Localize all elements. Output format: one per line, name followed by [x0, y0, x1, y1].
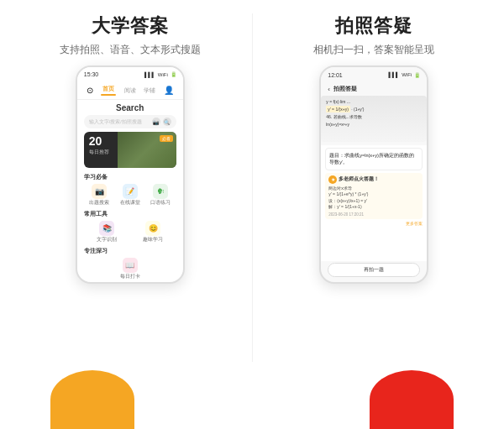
answer-header: ★ 多老师点火答题！: [328, 175, 419, 184]
right-feature-subtitle: 相机扫一扫，答案智能呈现: [313, 43, 434, 57]
grid-icon-0: 📷: [92, 184, 107, 199]
math-formula-1: y = f(x) lim ...: [326, 99, 422, 105]
right-status-bar: 12:01 ▌▌▌ WiFi 🔋: [321, 67, 427, 82]
grid-label-2: 口语练习: [150, 200, 171, 206]
right-phone-mockup: 12:01 ▌▌▌ WiFi 🔋 ‹ 拍照答疑 y = f(x) lim ...: [319, 65, 428, 284]
left-banner: 20 每日推荐 必看: [84, 132, 176, 168]
nav-study-label: 学辅: [144, 86, 155, 95]
section2-grid: 📚 文字识别 😊 趣味学习: [77, 219, 183, 245]
bottom-decoration: [0, 362, 504, 429]
math-image-content: y = f(x) lim ... y' = 1/(x+y) · (1+y') 4…: [321, 96, 427, 142]
back-icon[interactable]: ‹: [328, 86, 330, 93]
answer-timestamp: 2023-06-20 17:20:21: [328, 212, 419, 217]
answer-body: 两边对x求导 y' = 1/(1+e^y) * (1+y') 设：(x(x+y)…: [328, 186, 419, 211]
grid-icon-4: 😊: [145, 221, 160, 236]
grid-label-1: 在线课堂: [120, 200, 140, 206]
grid-label-5: 每日打卡: [120, 274, 140, 280]
left-nav-study[interactable]: 学辅: [144, 86, 155, 95]
nav-active-indicator: [101, 94, 116, 96]
next-button[interactable]: 再拍一题: [328, 263, 420, 277]
shape-left: [50, 370, 134, 429]
math-image-area: y = f(x) lim ... y' = 1/(x+y) · (1+y') 4…: [321, 96, 427, 142]
grid-item-4[interactable]: 😊 趣味学习: [143, 221, 163, 243]
more-answer-link[interactable]: 更多答案: [325, 221, 423, 226]
nav-home-label: 首页: [102, 85, 114, 93]
question-box: 题目：求曲线y=ln(x+y)所确定的函数的导数y'。: [325, 148, 423, 170]
math-formula-2: y' = 1/(x+y) · (1+y'): [326, 107, 422, 112]
shape-right: [370, 370, 454, 429]
right-camera-header: ‹ 拍照答疑: [321, 82, 427, 96]
nav-read-label: 阅读: [124, 86, 136, 95]
left-phone-mockup: 15:30 ▌▌▌ WiFi 🔋 ⊙ 首页 阅读: [76, 65, 185, 284]
grid-label-4: 趣味学习: [143, 237, 163, 243]
section2-label: 常用工具: [77, 208, 183, 219]
answer-step1: y' = 1/(1+e^y) * (1+y'): [328, 191, 419, 198]
grid-item-5[interactable]: 📖 每日打卡: [120, 258, 140, 280]
left-nav-tabs: ⊙ 首页 阅读 学辅 👤: [77, 81, 183, 100]
answer-title: 多老师点火答题！: [339, 175, 379, 183]
left-feature-title: 大学答案: [92, 13, 169, 39]
banner-date: 20: [89, 135, 102, 147]
grid-item-2[interactable]: 🗣 口语练习: [150, 184, 171, 206]
battery-icon: 🔋: [171, 71, 176, 77]
section1-grid: 📷 出题搜索 📝 在线课堂 🗣 口语练习: [77, 182, 183, 208]
left-nav-icon: ⊙: [87, 86, 93, 95]
grid-item-1[interactable]: 📝 在线课堂: [120, 184, 140, 206]
right-wifi-icon: WiFi: [402, 72, 412, 77]
section3-grid: 📖 每日打卡: [77, 256, 183, 282]
math-formula-4: ln(x+y)=x²+y: [326, 122, 422, 128]
answer-step3: 解：y' = 1/(1+x-1): [328, 204, 419, 211]
question-text: 题目：求曲线y=ln(x+y)所确定的函数的导数y'。: [329, 152, 418, 166]
left-time: 15:30: [84, 71, 99, 77]
grid-icon-5: 📖: [123, 258, 138, 273]
left-nav-user-icon: 👤: [164, 86, 174, 95]
banner-date-sub: 每日推荐: [89, 149, 109, 156]
section1-label: 学习必备: [77, 171, 183, 182]
answer-step-label: 两边对x求导: [328, 186, 419, 192]
search-placeholder: 输入文字/搜索/拍照搜题: [89, 119, 142, 125]
left-status-bar: 15:30 ▌▌▌ WiFi 🔋: [77, 67, 183, 81]
search-submit-icon: 🔍: [163, 118, 171, 126]
grid-item-3[interactable]: 📚 文字识别: [97, 221, 117, 243]
math-scroll-content: 题目：求曲线y=ln(x+y)所确定的函数的导数y'。 ★ 多老师点火答题！ 两…: [321, 145, 427, 261]
answer-icon: ★: [328, 175, 337, 184]
camera-header-title: 拍照答疑: [333, 85, 357, 93]
grid-label-0: 出题搜索: [89, 200, 109, 206]
right-time: 12:01: [328, 72, 343, 78]
answer-section: ★ 多老师点火答题！ 两边对x求导 y' = 1/(1+e^y) * (1+y'…: [325, 173, 423, 219]
section3-label: 专注深习: [77, 245, 183, 256]
grid-icon-3: 📚: [99, 221, 114, 236]
search-action-icons: 📷 🔍: [152, 118, 171, 126]
math-formula-3: 46. 若曲线...求导数: [326, 114, 422, 120]
left-feature-subtitle: 支持拍照、语音、文本形式搜题: [60, 43, 201, 57]
wifi-icon: WiFi: [158, 72, 168, 77]
left-search-title: Search: [77, 100, 183, 115]
right-feature-title: 拍照答疑: [335, 13, 412, 39]
signal-icon: ▌▌▌: [144, 72, 155, 77]
left-nav-home[interactable]: 首页: [101, 85, 116, 96]
left-search-bar[interactable]: 输入文字/搜索/拍照搜题 📷 🔍: [84, 115, 176, 128]
banner-tag: 必看: [160, 135, 173, 142]
answer-step2: 设：(x(x+y)/x+1) = y': [328, 198, 419, 205]
grid-icon-2: 🗣: [153, 184, 168, 199]
grid-icon-1: 📝: [123, 184, 138, 199]
right-signal-icon: ▌▌▌: [388, 72, 399, 77]
left-nav-read[interactable]: 阅读: [124, 86, 136, 95]
right-battery-icon: 🔋: [414, 72, 420, 78]
grid-label-3: 文字识别: [97, 237, 117, 243]
grid-item-0[interactable]: 📷 出题搜索: [89, 184, 109, 206]
camera-icon: 📷: [152, 118, 160, 126]
